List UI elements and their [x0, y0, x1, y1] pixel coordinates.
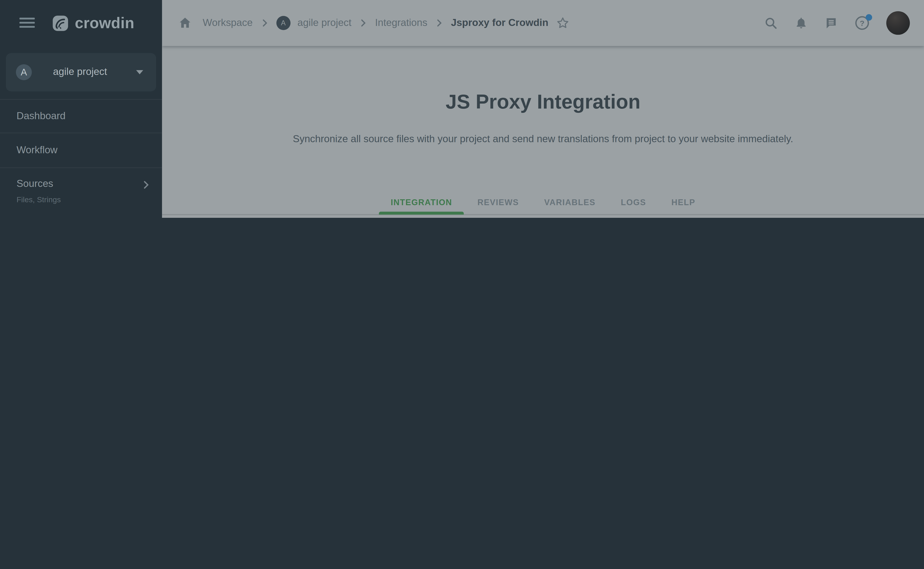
crowdin-logo-icon — [51, 14, 70, 32]
project-name: agile project — [53, 66, 107, 78]
sidebar-item-sources-sub: Files, Strings — [17, 195, 162, 204]
chevron-down-icon — [136, 70, 143, 74]
sidebar-nav: Dashboard Workflow Sources Files, String… — [0, 99, 162, 218]
chevron-right-icon — [141, 180, 150, 192]
crowdin-logo-text: crowdin — [75, 14, 135, 32]
crowdin-logo[interactable]: crowdin — [51, 14, 135, 32]
app-window: Workspace A agile project Integrations J… — [0, 0, 924, 218]
menu-hamburger-icon[interactable] — [20, 18, 35, 28]
sidebar-item-dashboard[interactable]: Dashboard — [0, 99, 162, 133]
sidebar-item-workflow[interactable]: Workflow — [0, 133, 162, 167]
project-selector[interactable]: A agile project — [6, 53, 156, 91]
sidebar: crowdin A agile project Dashboard Workfl… — [0, 0, 162, 218]
sidebar-header: crowdin — [0, 0, 162, 46]
tour-dim-overlay — [162, 0, 924, 218]
project-avatar: A — [16, 64, 32, 81]
sidebar-item-sources[interactable]: Sources Files, Strings — [0, 167, 162, 218]
